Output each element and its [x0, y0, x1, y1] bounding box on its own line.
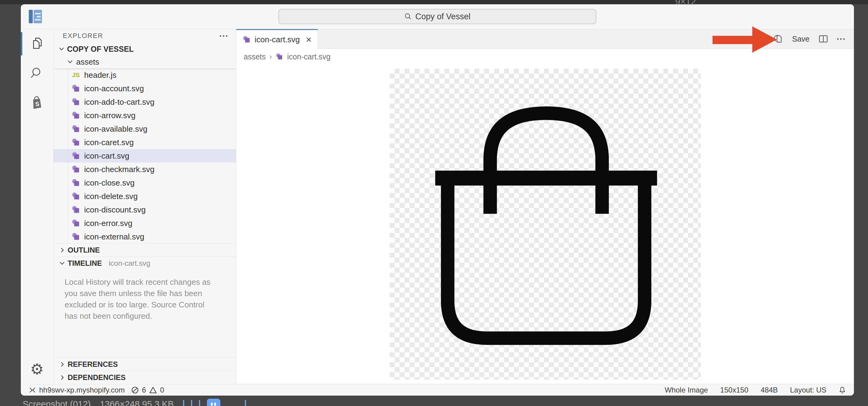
chevron-right-icon — [58, 361, 66, 368]
shopify-bag-icon: S — [30, 95, 44, 110]
file-list: JSheader.jsicon-account.svgicon-add-to-c… — [54, 68, 236, 243]
search-text: Copy of Vessel — [415, 12, 470, 22]
screen-top-band — [0, 0, 868, 4]
split-editor-icon[interactable] — [819, 35, 828, 43]
chevron-down-icon — [58, 45, 65, 53]
more-actions-icon[interactable] — [837, 38, 845, 40]
clipped-bottom-caption: Screenshot (012) 1366×248 95.3 KB — [23, 399, 264, 406]
section-outline[interactable]: OUTLINE — [54, 243, 236, 257]
warnings-icon — [149, 386, 157, 394]
clipped-top-right-text: 9×12 — [675, 0, 696, 7]
more-actions-icon[interactable] — [220, 35, 227, 37]
transparency-checkerboard — [390, 68, 701, 380]
breadcrumb-file[interactable]: icon-cart.svg — [287, 52, 331, 61]
file-row-icon-caret.svg[interactable]: icon-caret.svg — [54, 136, 236, 149]
status-bar: hh9swv-xp.myshopify.com 6 0 Whole Image … — [21, 384, 854, 396]
js-file-icon: JS — [71, 71, 81, 79]
keyboard-layout[interactable]: Layout: US — [790, 386, 826, 394]
settings-button[interactable]: ⚙ — [21, 354, 53, 384]
svg-file-icon — [71, 151, 81, 161]
tab-icon-cart-svg[interactable]: icon-cart.svg × — [236, 29, 318, 49]
caption-size: 1366×248 95.3 KB — [100, 399, 174, 406]
bell-icon[interactable] — [839, 386, 846, 394]
file-name: icon-available.svg — [84, 124, 148, 134]
file-row-icon-error.svg[interactable]: icon-error.svg — [54, 216, 236, 230]
file-row-icon-arrow.svg[interactable]: icon-arrow.svg — [54, 109, 236, 122]
svg-file-icon — [71, 97, 81, 107]
editor-area: icon-cart.svg × Save — [236, 29, 854, 384]
image-dimensions[interactable]: 150x150 — [720, 386, 748, 394]
sidebar-title: EXPLORER — [63, 32, 103, 40]
file-row-icon-account.svg[interactable]: icon-account.svg — [54, 82, 236, 95]
errors-icon — [131, 386, 139, 394]
file-row-icon-available.svg[interactable]: icon-available.svg — [54, 122, 236, 136]
remote-host: hh9swv-xp.myshopify.com — [39, 386, 125, 394]
section-references[interactable]: REFERENCES — [54, 358, 236, 371]
timeline-description: Local History will track recent changes … — [54, 270, 225, 322]
file-row-icon-cart.svg[interactable]: icon-cart.svg — [54, 149, 236, 163]
view-mode-label[interactable]: Whole Image — [665, 386, 708, 394]
warning-count: 0 — [160, 386, 164, 394]
breadcrumb-assets[interactable]: assets — [244, 52, 266, 61]
desktop-background: 9×12 Copy of Vessel — [0, 0, 868, 406]
file-row-icon-discount.svg[interactable]: icon-discount.svg — [54, 203, 236, 216]
status-right: Whole Image 150x150 484B Layout: US — [665, 386, 846, 394]
image-preview-canvas — [236, 64, 854, 384]
svg-file-icon — [71, 124, 81, 134]
file-row-icon-close.svg[interactable]: icon-close.svg — [54, 176, 236, 190]
svg-file-icon — [71, 84, 81, 93]
main-area: S ⚙ EXPLORER COPY OF VESSEL — [21, 29, 854, 384]
save-button[interactable]: Save — [792, 35, 810, 44]
svg-file-icon — [71, 138, 81, 147]
svg-file-icon — [71, 178, 81, 187]
svg-file-icon — [71, 205, 81, 214]
file-row-header.js[interactable]: JSheader.js — [54, 68, 236, 82]
file-name: header.js — [84, 70, 117, 80]
tree-root-copy-of-vessel[interactable]: COPY OF VESSEL — [54, 42, 236, 55]
remote-indicator[interactable]: hh9swv-xp.myshopify.com — [29, 386, 125, 394]
command-search-bar[interactable]: Copy of Vessel — [279, 9, 596, 24]
explorer-sidebar: EXPLORER COPY OF VESSEL assets JSheader.… — [54, 29, 236, 384]
gear-icon: ⚙ — [30, 361, 44, 377]
section-dependencies[interactable]: DEPENDENCIES — [54, 371, 236, 384]
file-name: icon-account.svg — [84, 84, 144, 93]
file-name: icon-discount.svg — [84, 205, 146, 215]
file-name: icon-delete.svg — [84, 192, 138, 201]
file-name: icon-cart.svg — [84, 151, 129, 161]
activity-search-button[interactable] — [21, 58, 53, 88]
file-name: icon-add-to-cart.svg — [84, 97, 155, 107]
svg-file-icon — [275, 53, 283, 61]
close-icon[interactable]: × — [306, 35, 312, 45]
file-name: icon-arrow.svg — [84, 111, 135, 120]
shopping-bag-image — [390, 68, 701, 380]
file-name: icon-checkmark.svg — [84, 165, 155, 174]
svg-text:S: S — [35, 100, 39, 108]
app-logo-icon — [29, 10, 42, 23]
chevron-right-icon — [58, 246, 66, 254]
chevron-right-icon: › — [269, 52, 272, 61]
file-name: icon-caret.svg — [84, 138, 134, 147]
section-timeline[interactable]: TIMELINE icon-cart.svg — [54, 257, 236, 270]
chevron-down-icon — [66, 58, 74, 65]
search-icon — [404, 12, 412, 21]
search-icon — [30, 66, 44, 80]
annotation-arrow — [713, 26, 777, 53]
file-row-icon-delete.svg[interactable]: icon-delete.svg — [54, 190, 236, 203]
file-row-icon-external.svg[interactable]: icon-external.svg — [54, 230, 236, 243]
activity-explorer-button[interactable] — [21, 29, 53, 58]
svg-file-icon — [71, 111, 81, 120]
activity-bar: S ⚙ — [21, 29, 54, 384]
file-row-icon-add-to-cart.svg[interactable]: icon-add-to-cart.svg — [54, 95, 236, 109]
activity-shopify-button[interactable]: S — [21, 88, 53, 117]
problems-indicator[interactable]: 6 0 — [131, 386, 164, 394]
svg-file-icon — [71, 192, 81, 201]
file-name: icon-close.svg — [84, 178, 135, 188]
file-row-icon-checkmark.svg[interactable]: icon-checkmark.svg — [54, 163, 236, 176]
caption-filename: Screenshot (012) — [23, 399, 91, 406]
error-count: 6 — [142, 386, 146, 394]
tree-folder-assets[interactable]: assets — [54, 55, 236, 68]
file-size[interactable]: 484B — [761, 386, 778, 394]
title-bar: Copy of Vessel — [21, 4, 854, 29]
caption-links[interactable] — [183, 399, 264, 406]
svg-file-icon — [71, 232, 81, 241]
